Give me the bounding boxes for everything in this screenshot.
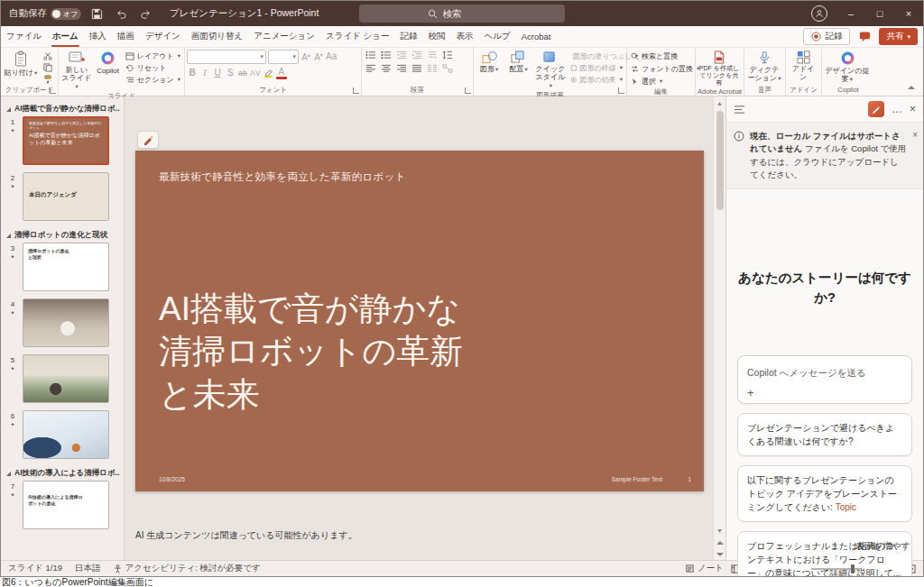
search-input[interactable] — [443, 8, 497, 19]
text-direction-button[interactable] — [425, 49, 439, 60]
bold-button[interactable]: B — [187, 67, 198, 79]
format-painter-button[interactable] — [41, 74, 55, 85]
create-pdf-button[interactable]: PDF を作成してリンクを共有 — [698, 49, 741, 87]
slide-thumbnail-7[interactable]: AI技術の導入による清掃ロボットの進化 — [23, 481, 109, 529]
replace-fonts-button[interactable]: フォントの置換 — [629, 63, 701, 74]
close-panel-button[interactable]: × — [910, 103, 916, 115]
scrollbar-thumb[interactable] — [716, 111, 724, 210]
shape-effects-button[interactable]: 図形の効果 — [568, 74, 624, 85]
close-button[interactable]: × — [894, 1, 923, 26]
account-avatar[interactable] — [811, 5, 827, 22]
slide-counter[interactable]: スライド 1/19 — [8, 563, 62, 574]
tab-file[interactable]: ファイル — [1, 26, 47, 47]
slide-thumbnail-5[interactable] — [23, 354, 109, 403]
underline-button[interactable]: U — [212, 67, 223, 79]
align-center-button[interactable] — [379, 62, 393, 74]
maximize-button[interactable]: □ — [865, 1, 894, 26]
numbering-button[interactable] — [379, 49, 393, 60]
strikethrough-button[interactable]: ab — [237, 67, 248, 79]
font-size-select[interactable] — [268, 50, 299, 64]
slide-thumbnail-3[interactable]: 清掃ロボットの進化と現状 — [23, 243, 109, 291]
language-indicator[interactable]: 日本語 — [75, 563, 101, 574]
align-right-button[interactable] — [394, 62, 408, 74]
slide-date[interactable]: 10/8/2025 — [159, 476, 185, 482]
tab-design[interactable]: デザイン — [140, 26, 186, 47]
slide-thumbnail-2[interactable]: 本日のアジェンダ — [23, 172, 109, 221]
copy-button[interactable] — [41, 62, 55, 73]
find-replace-button[interactable]: 検索と置換 — [629, 50, 679, 61]
slide-page-number[interactable]: 1 — [688, 476, 691, 482]
dismiss-notice-button[interactable]: × — [912, 130, 918, 181]
suggestion-card-1[interactable]: プレゼンテーションで避けるべきよくある間違いは何ですか? — [737, 413, 912, 456]
section-header-1[interactable]: AI搭載で音が静かな清掃ロボ... — [6, 102, 120, 116]
quick-styles-button[interactable]: クイック スタイル — [534, 49, 567, 90]
copilot-message-box[interactable]: + — [737, 355, 912, 404]
text-shadow-button[interactable]: S — [225, 67, 236, 79]
smartart-convert-button[interactable] — [440, 62, 454, 74]
addins-button[interactable]: アドイン — [788, 49, 818, 81]
tab-draw[interactable]: 描画 — [112, 26, 140, 47]
clipboard-dialog-launcher[interactable] — [50, 87, 56, 94]
notes-toggle[interactable]: ノート — [686, 563, 724, 574]
bullets-button[interactable] — [364, 49, 377, 60]
zoom-slider[interactable] — [811, 568, 862, 570]
comments-button[interactable] — [855, 28, 873, 45]
shapes-button[interactable]: 図形 — [476, 49, 503, 73]
shape-outline-button[interactable]: 図形の枠線 — [568, 62, 624, 73]
increase-indent-button[interactable] — [410, 49, 423, 60]
add-attachment-button[interactable]: + — [747, 389, 760, 398]
tab-acrobat[interactable]: Acrobat — [516, 26, 557, 47]
select-button[interactable]: 選択 — [629, 76, 664, 87]
zoom-slider-thumb[interactable] — [851, 564, 855, 573]
tab-transitions[interactable]: 画面切り替え — [186, 26, 248, 47]
tab-home[interactable]: ホーム — [47, 26, 84, 47]
tab-record[interactable]: 記録 — [395, 26, 423, 47]
layout-button[interactable]: レイアウト — [124, 50, 182, 61]
show-more-button[interactable]: 表示を増やす — [855, 540, 910, 553]
scroll-down-icon[interactable]: ▼ — [716, 524, 723, 537]
accessibility-status[interactable]: アクセシビリティ: 検討が必要です — [114, 563, 261, 574]
font-dialog-launcher[interactable] — [353, 87, 359, 94]
design-ideas-button[interactable]: デザインの提案 — [824, 49, 871, 83]
reset-button[interactable]: リセット — [124, 62, 182, 73]
highlight-color-button[interactable] — [263, 69, 274, 78]
next-slide-button[interactable] — [716, 548, 724, 560]
font-name-select[interactable] — [187, 50, 266, 64]
tab-review[interactable]: 校閲 — [423, 26, 451, 47]
slide-subtitle-text[interactable]: 最新技術で静音性と効率を両立した革新的ロボット — [159, 170, 406, 184]
slide-thumbnail-4[interactable] — [23, 298, 109, 347]
section-header-3[interactable]: AI技術の導入による清掃ロボ... — [6, 466, 120, 481]
copilot-message-input[interactable] — [747, 367, 902, 378]
collapse-ribbon-button[interactable] — [904, 81, 919, 93]
scroll-up-icon[interactable]: ▲ — [716, 96, 723, 109]
autosave-toggle[interactable]: オフ — [51, 8, 81, 20]
share-button[interactable]: 共有 ▾ — [879, 28, 918, 45]
slide-thumbnail-1[interactable]: 最新技術で静音性と効率を両立した革新的ロボット AI搭載で音が静かな清掃ロボット… — [23, 116, 109, 165]
columns-button[interactable] — [425, 62, 439, 74]
cut-button[interactable] — [41, 50, 55, 61]
new-slide-button[interactable]: 新しい スライド — [60, 49, 92, 91]
suggestion-topic-link[interactable]: Topic — [836, 502, 856, 512]
chat-history-button[interactable] — [734, 105, 745, 115]
designer-suggestion-button[interactable] — [137, 131, 159, 149]
decrease-indent-button[interactable] — [394, 49, 408, 60]
section-button[interactable]: セクション — [124, 74, 182, 85]
paragraph-dialog-launcher[interactable] — [465, 87, 471, 94]
redo-button[interactable] — [136, 5, 154, 23]
slide-thumbnail-6[interactable] — [23, 410, 109, 459]
grow-font-button[interactable]: A — [300, 49, 311, 64]
dictate-button[interactable]: ディクテーション — [746, 49, 782, 82]
slide-title-text[interactable]: AI搭載で音が静かな 清掃ロボットの革新 と未来 — [159, 288, 463, 416]
tab-animations[interactable]: アニメーション — [248, 26, 320, 47]
slide-canvas[interactable]: 最新技術で静音性と効率を両立した革新的ロボット AI搭載で音が静かな 清掃ロボッ… — [135, 151, 704, 491]
suggestion-card-3[interactable]: プロフェッショナルまたは組織のコンテキストにおける「ワークフロー」の意味について… — [737, 531, 912, 578]
justify-button[interactable] — [410, 62, 423, 74]
shrink-font-button[interactable]: A — [313, 49, 324, 64]
autosave-control[interactable]: 自動保存 オフ — [9, 7, 81, 20]
line-spacing-button[interactable] — [440, 49, 454, 60]
tab-slideshow[interactable]: スライド ショー — [320, 26, 394, 47]
tab-view[interactable]: 表示 — [451, 26, 479, 47]
tab-insert[interactable]: 挿入 — [84, 26, 112, 47]
suggestion-card-2[interactable]: 以下に関するプレゼンテーションのトピック アイデアをブレーンストーミングしてくだ… — [737, 465, 912, 522]
arrange-button[interactable]: 配置 — [504, 49, 531, 73]
